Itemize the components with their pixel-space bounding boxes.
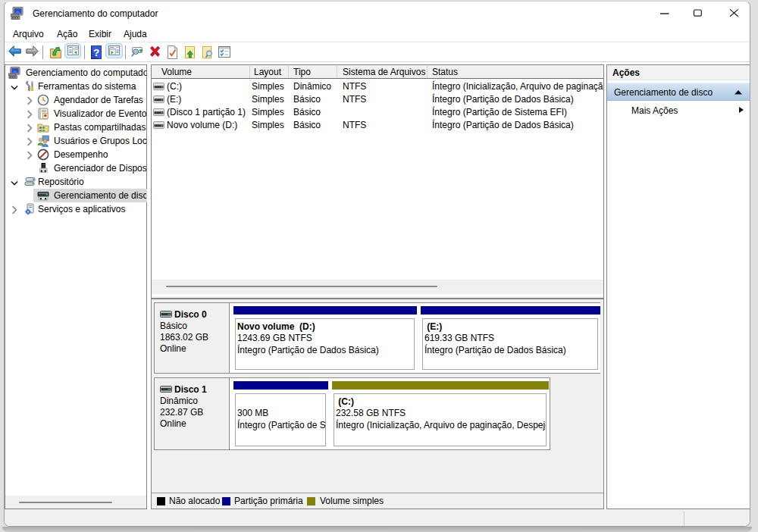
svg-text:?: ? [92,46,99,58]
